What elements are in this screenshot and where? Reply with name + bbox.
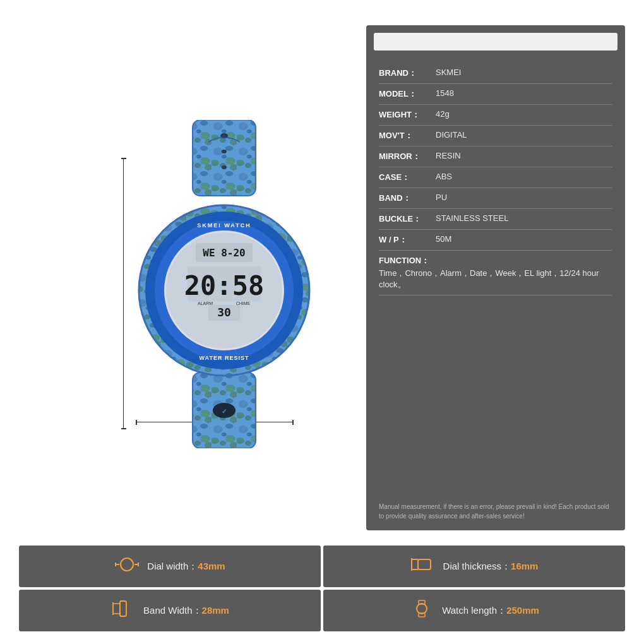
spec-cell-band-width: Band Width：28mm <box>19 590 321 631</box>
spec-label: Dial width：43mm <box>147 561 225 573</box>
vertical-dimension-line <box>123 158 124 429</box>
svg-rect-46 <box>120 601 126 616</box>
svg-point-14 <box>222 165 227 169</box>
svg-text:✓: ✓ <box>222 408 227 415</box>
info-row-label: MODEL： <box>379 88 436 100</box>
info-row-label: BAND： <box>379 193 436 204</box>
info-row: WEIGHT：42g <box>379 105 612 126</box>
spec-label: Dial thickness：16mm <box>443 561 539 573</box>
info-row-label: MIRROR： <box>379 151 436 162</box>
function-value: Time，Chrono，Alarm，Date，Week，EL light，12/… <box>379 268 612 290</box>
info-row-value: STAINLESS STEEL <box>436 213 612 223</box>
info-row-value: PU <box>436 193 612 202</box>
info-row-value: SKMEI <box>436 68 612 77</box>
svg-point-47 <box>417 604 427 614</box>
svg-text:CHIME: CHIME <box>236 301 251 306</box>
info-header <box>374 33 617 51</box>
info-row-label: BRAND： <box>379 68 436 79</box>
info-row-label: BUCKLE： <box>379 213 436 225</box>
svg-text:SKMEI WATCH: SKMEI WATCH <box>197 222 251 229</box>
svg-text:WE 8-20: WE 8-20 <box>203 247 245 259</box>
svg-rect-10 <box>193 120 256 196</box>
info-row: BUCKLE：STAINLESS STEEL <box>379 209 612 230</box>
dial-thickness-icon <box>410 554 436 578</box>
info-row: MODEL：1548 <box>379 84 612 105</box>
bottom-specs: Dial width：43mm Dial thickness：16mm Band… <box>0 543 644 644</box>
info-row-label: MOV'T： <box>379 130 436 141</box>
dial-width-icon <box>114 554 140 578</box>
spec-value: 28mm <box>202 605 229 616</box>
watch-area: ✓ <box>19 25 354 530</box>
info-row-label: CASE： <box>379 172 436 183</box>
svg-rect-45 <box>418 559 431 569</box>
info-row: MIRROR：RESIN <box>379 146 612 167</box>
spec-value: 43mm <box>198 561 225 571</box>
info-row-value: ABS <box>436 172 612 181</box>
spec-label: Band Width：28mm <box>143 605 229 617</box>
info-row: BRAND：SKMEI <box>379 63 612 84</box>
info-row: BAND：PU <box>379 188 612 209</box>
info-row-value: DIGITAL <box>436 130 612 140</box>
function-label: FUNCTION： <box>379 255 612 266</box>
info-row: MOV'T：DIGITAL <box>379 126 612 146</box>
watch-length-icon <box>409 599 434 623</box>
svg-text:WATER RESIST: WATER RESIST <box>200 355 249 361</box>
info-row-value: RESIN <box>436 151 612 160</box>
watch-diagram: ✓ <box>54 82 319 474</box>
band-width-icon <box>110 599 136 623</box>
spec-value: 250mm <box>506 605 539 616</box>
info-row-value: 42g <box>436 109 612 119</box>
spec-value: 16mm <box>511 561 538 571</box>
info-row-label: WEIGHT： <box>379 109 436 121</box>
info-row: CASE：ABS <box>379 167 612 188</box>
watch-illustration: ✓ <box>136 120 313 448</box>
info-row-value: 1548 <box>436 88 612 98</box>
svg-text:ALARM: ALARM <box>198 301 213 306</box>
svg-text:30: 30 <box>217 306 231 319</box>
spec-cell-dial-thickness: Dial thickness：16mm <box>323 546 625 587</box>
spec-cell-watch-length: Watch length：250mm <box>323 590 625 631</box>
main-container: ✓ <box>0 0 644 644</box>
info-function-row: FUNCTION：Time，Chrono，Alarm，Date，Week，EL … <box>379 251 612 295</box>
info-row: W / P：50M <box>379 230 612 251</box>
top-section: ✓ <box>0 0 644 543</box>
svg-point-13 <box>222 150 227 153</box>
svg-point-44 <box>121 558 133 571</box>
info-row-value: 50M <box>436 234 612 244</box>
svg-text:20:58: 20:58 <box>184 270 264 301</box>
info-disclaimer: Manual measurement, if there is an error… <box>366 496 625 530</box>
info-panel: BRAND：SKMEIMODEL：1548WEIGHT：42gMOV'T：DIG… <box>366 25 625 530</box>
info-rows: BRAND：SKMEIMODEL：1548WEIGHT：42gMOV'T：DIG… <box>366 58 625 496</box>
spec-cell-dial-width: Dial width：43mm <box>19 546 321 587</box>
spec-label: Watch length：250mm <box>442 605 539 617</box>
info-row-label: W / P： <box>379 234 436 246</box>
